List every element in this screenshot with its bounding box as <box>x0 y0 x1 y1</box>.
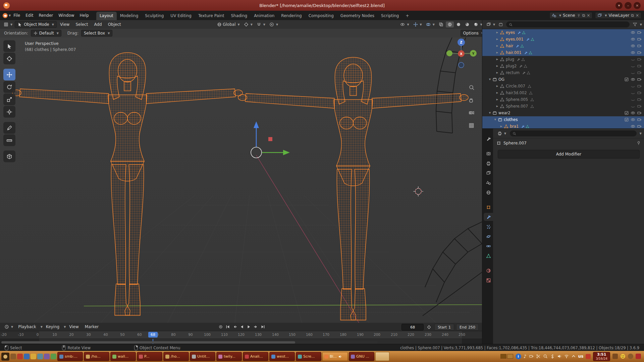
hide-eye-icon[interactable] <box>631 117 635 122</box>
hidden-eye-icon[interactable] <box>631 97 635 102</box>
taskbar-window-button[interactable]: Anali... <box>243 352 268 361</box>
disable-render-icon[interactable] <box>637 30 642 35</box>
shading-solid-button[interactable] <box>454 21 463 27</box>
gizmo-y-arrow[interactable] <box>283 150 290 155</box>
shading-material-button[interactable] <box>463 21 471 27</box>
play-reverse-button[interactable] <box>238 324 245 330</box>
snap-selector[interactable]: ▼ <box>255 21 267 27</box>
menu-object[interactable]: Object <box>105 21 124 28</box>
app-launcher-icon[interactable] <box>24 354 30 359</box>
keyboard-layout-indicator[interactable]: us <box>578 354 584 359</box>
workspace-tab-layout[interactable]: Layout <box>96 12 117 20</box>
disclosure-icon[interactable]: ▼ <box>488 78 492 81</box>
tab-render[interactable] <box>484 149 493 158</box>
tab-constraints[interactable] <box>484 242 493 250</box>
disable-render-icon[interactable] <box>637 90 642 95</box>
toggle-ortho-button[interactable] <box>470 124 474 128</box>
properties-search-input[interactable] <box>510 130 637 136</box>
hide-eye-icon[interactable] <box>631 77 635 82</box>
workspace-tab-scripting[interactable]: Scripting <box>378 12 402 20</box>
disclosure-icon[interactable]: ▶ <box>495 71 499 74</box>
pin-icon[interactable] <box>636 141 641 145</box>
disable-render-icon[interactable] <box>637 104 642 109</box>
properties-editor-type-button[interactable]: ▼ <box>496 130 508 136</box>
workspace-cell[interactable] <box>500 354 506 359</box>
shade-window-button[interactable]: ▾ <box>615 2 623 9</box>
object-visibility-selector[interactable]: ▼ <box>398 21 411 27</box>
zoom-button[interactable] <box>470 85 474 90</box>
collection-checkbox-icon[interactable] <box>624 111 629 115</box>
transform-orientation-selector[interactable]: Global ▼ <box>215 21 241 27</box>
workspace-tab-uv-editing[interactable]: UV Editing <box>167 12 195 20</box>
disclosure-icon[interactable]: ▶ <box>495 98 499 101</box>
new-view-layer-button[interactable]: ⧉ <box>631 13 634 18</box>
outliner-row[interactable]: ▶bra1 <box>482 123 644 128</box>
outliner-row[interactable]: ▶hair <box>482 43 644 49</box>
network-tray-icon[interactable] <box>564 354 569 359</box>
hide-eye-icon[interactable] <box>631 124 635 128</box>
timeline-scrollbar[interactable] <box>1 341 378 344</box>
outliner-collection-row[interactable]: ▼OG <box>482 76 644 83</box>
screenshot-tray-icon[interactable] <box>529 354 534 359</box>
annotate-tool[interactable] <box>3 122 15 134</box>
applications-menu-button[interactable] <box>1 353 9 361</box>
playhead-badge[interactable]: 68 <box>148 332 158 338</box>
outliner-collection-row[interactable]: ▼clothes <box>482 116 644 123</box>
workspace-tab-rendering[interactable]: Rendering <box>278 12 305 20</box>
remove-view-layer-button[interactable]: × <box>636 13 639 18</box>
pivot-point-selector[interactable]: ▼ <box>242 21 254 27</box>
tab-tool[interactable] <box>484 135 493 143</box>
menu-playback[interactable]: Playback <box>15 323 39 330</box>
disable-render-icon[interactable] <box>637 70 642 75</box>
add-workspace-button[interactable]: + <box>402 12 412 20</box>
view-layer-selector[interactable]: ▼ ViewLayer ⧉ × <box>595 12 641 19</box>
add-primitive-tool[interactable] <box>3 150 15 162</box>
disclosure-icon[interactable]: ▼ <box>488 112 492 114</box>
hidden-eye-icon[interactable] <box>631 104 635 109</box>
workspace-tab-compositing[interactable]: Compositing <box>305 12 337 20</box>
tab-physics[interactable] <box>484 232 493 240</box>
workspace-cell[interactable] <box>507 354 513 359</box>
new-scene-button[interactable]: ⧉ <box>582 13 585 18</box>
collection-checkbox-icon[interactable] <box>624 117 629 122</box>
disable-render-icon[interactable] <box>637 111 642 115</box>
tab-world[interactable] <box>484 188 493 196</box>
outliner-row[interactable]: ▶eyes <box>482 29 644 36</box>
tab-modifiers[interactable] <box>484 213 493 221</box>
timeline-tracks[interactable] <box>0 339 482 344</box>
notification-tray-icon[interactable]: i <box>516 354 521 359</box>
move-tool[interactable] <box>3 69 15 80</box>
viewport-3d[interactable]: Z X Y <box>0 38 482 323</box>
clock[interactable]: 3:51 3/16/24 <box>593 352 610 361</box>
taskbar-window-button[interactable]: /ho... <box>163 352 189 361</box>
taskbar-window-button[interactable]: P... <box>137 352 162 361</box>
taskbar-window-button[interactable]: /ho... <box>84 352 109 361</box>
menu-select[interactable]: Select <box>73 21 91 28</box>
menu-edit[interactable]: Edit <box>23 12 36 19</box>
add-modifier-button[interactable]: Add Modifier <box>498 150 640 159</box>
menu-window[interactable]: Window <box>56 12 77 19</box>
taskbar-window-button[interactable]: twily... <box>216 352 242 361</box>
taskbar-window-button[interactable]: smb:... <box>57 352 83 361</box>
tab-object[interactable] <box>484 203 493 211</box>
app-launcher-icon[interactable] <box>10 354 16 359</box>
disable-render-icon[interactable] <box>637 37 642 42</box>
menu-help[interactable]: Help <box>77 12 92 19</box>
mode-selector[interactable]: Object Mode ▼ <box>15 21 57 28</box>
menu-render[interactable]: Render <box>36 12 56 19</box>
collection-checkbox-icon[interactable] <box>624 77 629 82</box>
disclosure-icon[interactable]: ▶ <box>495 45 499 47</box>
app-tray-icon[interactable] <box>612 354 618 359</box>
next-keyframe-button[interactable] <box>253 324 259 330</box>
taskbar-window-button[interactable]: Scre... <box>296 352 321 361</box>
tab-particles[interactable] <box>484 223 493 231</box>
updates-tray-icon[interactable] <box>571 354 576 359</box>
hide-eye-icon[interactable] <box>631 37 635 42</box>
bluetooth-tray-icon[interactable] <box>550 354 555 359</box>
hide-eye-icon[interactable] <box>631 50 635 55</box>
disable-render-icon[interactable] <box>637 84 642 88</box>
app-launcher-icon[interactable] <box>31 354 36 359</box>
disable-render-icon[interactable] <box>637 117 642 122</box>
editor-type-button[interactable]: ▼ <box>2 21 14 27</box>
menu-view[interactable]: View <box>57 21 72 28</box>
